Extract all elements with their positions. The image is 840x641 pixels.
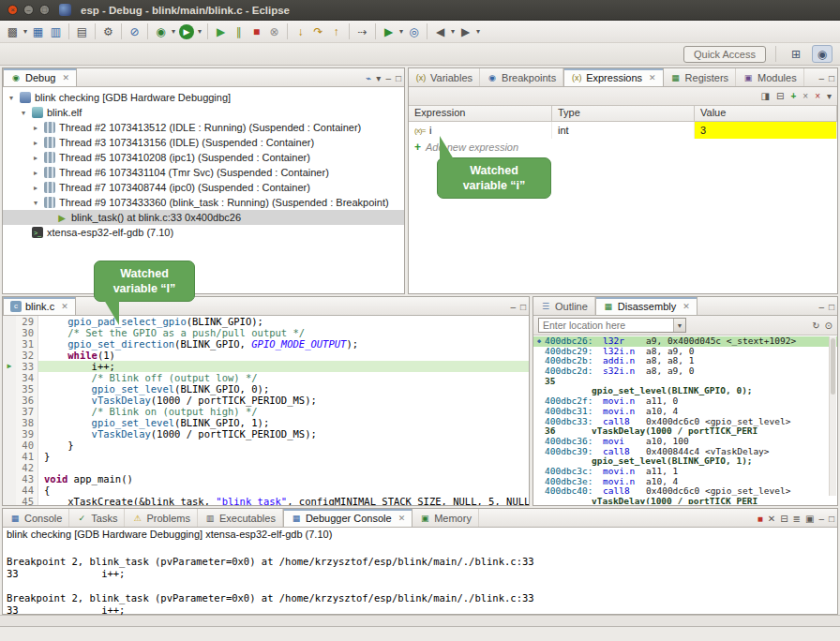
connect-icon[interactable]: ⌁ [366,73,371,83]
debug-tree-row[interactable]: >_xtensa-esp32-elf-gdb (7.10) [3,225,404,240]
tab-disassembly[interactable]: ▦Disassembly✕ [595,297,698,315]
collapsed-arrow-icon[interactable]: ▸ [31,154,40,162]
debug-icon[interactable]: ◉ [152,22,170,40]
tab-debugger-console[interactable]: ▦Debugger Console✕ [283,509,412,527]
debug-tree-row[interactable]: ▾blink checking [GDB Hardware Debugging] [3,90,404,105]
external-tools-menu-icon[interactable]: ▾ [398,27,405,36]
search-icon[interactable]: ◎ [405,22,423,40]
maximize-icon[interactable]: □ [829,73,834,83]
close-icon[interactable]: ✕ [682,302,690,311]
remove-launch-icon[interactable]: ✕ [768,514,775,524]
resume-icon[interactable]: ▶ [212,22,230,40]
save-all-icon[interactable]: ▥ [47,22,65,40]
minimize-icon[interactable]: – [385,73,391,83]
debug-tree-row[interactable]: ▸Thread #6 1073431104 (Tmr Svc) (Suspend… [3,165,404,180]
expression-row[interactable]: (x)=iint3 [409,122,837,139]
debug-tree-row[interactable]: ▾blink.elf [3,105,404,120]
terminate-icon[interactable]: ■ [758,514,763,524]
collapsed-arrow-icon[interactable]: ▸ [31,184,40,192]
debug-tree-row[interactable]: ▶blink_task() at blink.c:33 0x400dbc26 [3,210,404,225]
window-minimize-button[interactable]: – [23,5,34,15]
new-menu-icon[interactable]: ▾ [22,27,29,36]
tab-expressions[interactable]: (x)Expressions✕ [563,68,663,86]
build-icon[interactable]: ⚙ [99,22,117,40]
save-icon[interactable]: ▦ [29,22,47,40]
tab-executables[interactable]: ▥Executables [198,509,283,527]
step-return-icon[interactable]: ↑ [327,22,345,40]
close-icon[interactable]: ✕ [61,302,68,311]
debug-tree-row[interactable]: ▸Thread #3 1073413156 (IDLE) (Suspended … [3,135,404,150]
add-expression-row[interactable]: + Add new expression [409,139,837,156]
debug-perspective-icon[interactable]: ◉ [812,45,832,63]
location-combo[interactable]: ▼ [538,318,686,333]
add-expression-icon[interactable]: + [790,91,796,101]
scroll-lock-icon[interactable]: ≣ [793,514,801,524]
column-type[interactable]: Type [552,106,695,121]
tab-registers[interactable]: ▦Registers [664,68,736,86]
debug-tree-row[interactable]: ▸Thread #5 1073410208 (ipc1) (Suspended … [3,150,404,165]
tab-blink-c[interactable]: c blink.c ✕ [3,297,76,315]
tab-modules[interactable]: ▣Modules [736,68,804,86]
tab-breakpoints[interactable]: ◉Breakpoints [480,68,563,86]
clear-console-icon[interactable]: ⊟ [780,514,788,524]
sync-icon[interactable]: ⊙ [825,320,832,331]
location-input[interactable] [539,319,673,332]
new-icon[interactable]: ▩ [4,22,22,40]
debug-tree[interactable]: ▾blink checking [GDB Hardware Debugging]… [3,87,404,293]
remove-expression-icon[interactable]: × [802,91,808,101]
close-icon[interactable]: ✕ [62,73,69,82]
terminate-icon[interactable]: ■ [248,22,265,40]
print-icon[interactable]: ▤ [73,22,91,40]
suspend-icon[interactable]: ∥ [230,22,248,40]
back-icon[interactable]: ◀ [431,22,449,40]
view-menu-icon[interactable]: ▾ [827,91,832,101]
minimize-icon[interactable]: – [818,302,824,312]
chevron-down-icon[interactable]: ▼ [673,319,685,332]
disconnect-icon[interactable]: ⊗ [265,22,283,40]
collapsed-arrow-icon[interactable]: ▸ [31,169,40,177]
collapse-all-icon[interactable]: ⊟ [776,91,784,101]
maximize-icon[interactable]: □ [396,73,401,83]
back-menu-icon[interactable]: ▾ [449,27,457,36]
debug-tree-row[interactable]: ▾Thread #9 1073433360 (blink_task : Runn… [3,195,404,210]
open-perspective-icon[interactable]: ⊞ [786,45,806,63]
minimize-icon[interactable]: – [818,73,824,83]
expanded-arrow-icon[interactable]: ▾ [19,109,28,117]
window-close-button[interactable]: × [8,5,18,15]
window-maximize-button[interactable]: □ [39,5,50,15]
column-value[interactable]: Value [695,106,837,121]
tab-problems[interactable]: ⚠Problems [125,509,197,527]
run-icon[interactable]: ▶ [179,24,194,39]
close-icon[interactable]: ✕ [398,514,406,523]
refresh-icon[interactable]: ↻ [812,320,819,331]
quick-access-button[interactable]: Quick Access [683,46,766,63]
close-icon[interactable]: ✕ [649,73,656,82]
minimize-icon[interactable]: – [818,514,824,524]
external-tools-icon[interactable]: ▶ [380,22,398,40]
debug-tree-row[interactable]: ▸Thread #2 1073413512 (IDLE : Running) (… [3,120,404,135]
skip-all-breakpoints-icon[interactable]: ⊘ [126,22,143,40]
forward-icon[interactable]: ▶ [457,22,474,40]
debug-tree-row[interactable]: ▸Thread #7 1073408744 (ipc0) (Suspended … [3,180,404,195]
scrollbar[interactable] [829,336,836,496]
view-menu-icon[interactable]: ▾ [376,73,381,83]
run-menu-icon[interactable]: ▾ [196,27,203,36]
maximize-icon[interactable]: □ [829,514,834,524]
tab-variables[interactable]: (x)Variables [409,68,480,86]
collapsed-arrow-icon[interactable]: ▸ [31,124,40,132]
maximize-icon[interactable]: □ [520,302,526,312]
expanded-arrow-icon[interactable]: ▾ [7,94,16,102]
tab-memory[interactable]: ▣Memory [412,509,479,527]
expanded-arrow-icon[interactable]: ▾ [31,199,40,207]
collapsed-arrow-icon[interactable]: ▸ [31,139,40,147]
disassembly-listing[interactable]: ◆400dbc26:l32ra9, 0x400d045c <_stext+109… [533,335,837,504]
maximize-icon[interactable]: □ [829,302,834,312]
tab-console[interactable]: ▦Console [3,509,69,527]
tab-outline[interactable]: ☰Outline [533,297,595,315]
minimize-icon[interactable]: – [510,302,516,312]
code-editor[interactable]: 29 gpio_pad_select_gpio(BLINK_GPIO);30 /… [3,316,529,505]
column-expression[interactable]: Expression [409,106,552,121]
pin-console-icon[interactable]: ▣ [805,514,814,524]
tab-debug[interactable]: ◉ Debug ✕ [3,68,77,86]
instruction-stepping-icon[interactable]: ⇢ [353,22,371,40]
